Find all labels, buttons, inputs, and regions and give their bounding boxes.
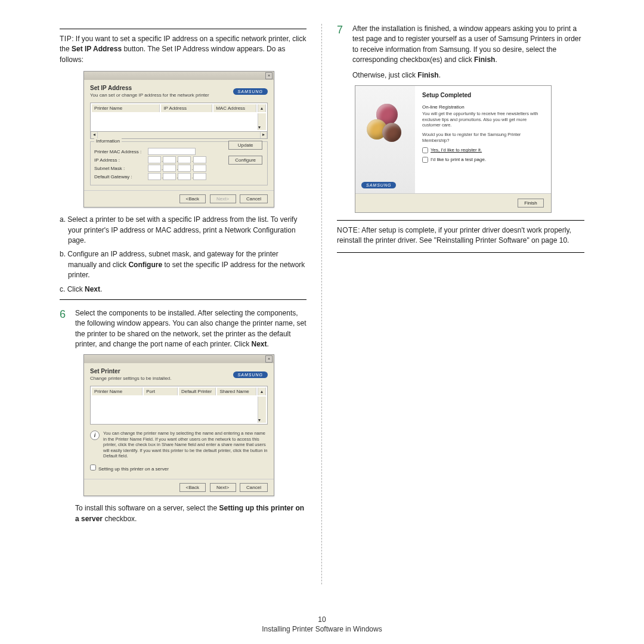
server-checkbox-label: Setting up this printer on a server: [98, 466, 169, 472]
step-7-number: 7: [337, 24, 352, 80]
mask-octet[interactable]: [178, 165, 191, 172]
col-ip-address[interactable]: IP Address: [161, 104, 212, 112]
set-printer-dialog: × Set Printer Change printer settings to…: [83, 354, 274, 496]
finish-button[interactable]: Finish: [518, 199, 544, 208]
register-checkbox-label: Yes, I'd like to register it.: [431, 147, 482, 153]
gw-octet[interactable]: [163, 173, 176, 180]
samsung-logo: SAMSUNG: [361, 182, 396, 188]
dialog-title: Set IP Address: [90, 85, 209, 91]
label-ip: IP Address :: [94, 157, 148, 163]
page-footer: 10 Installing Printer Software in Window…: [0, 615, 644, 633]
scroll-up-icon[interactable]: ▴: [258, 104, 266, 112]
dialog-subtitle: Change printer settings to be installed.: [90, 376, 172, 381]
scroll-down-icon[interactable]: ▾: [258, 397, 266, 423]
rule-top-right: [337, 220, 584, 221]
setup-completed-title: Setup Completed: [422, 92, 544, 98]
mask-octet[interactable]: [163, 165, 176, 172]
info-icon: i: [90, 431, 100, 440]
rule-bottom-right: [337, 252, 584, 253]
information-legend: Information: [94, 138, 122, 144]
mask-octet[interactable]: [148, 165, 161, 172]
server-checkbox-row: Setting up this printer on a server: [90, 465, 268, 472]
next-button[interactable]: Next>: [210, 483, 236, 492]
info-help-text: You can change the printer name by selec…: [103, 431, 268, 459]
rule-mid-left: [60, 299, 306, 300]
field-printer-mac[interactable]: [148, 148, 196, 155]
label-printer-mac: Printer MAC Address :: [94, 149, 148, 154]
step-7-text: After the installation is finished, a wi…: [352, 24, 584, 80]
step-6-number: 6: [60, 308, 75, 350]
dialog-titlebar: ×: [84, 355, 274, 363]
note-paragraph: NOTE: After setup is complete, if your p…: [337, 225, 584, 246]
back-button[interactable]: <Back: [179, 483, 206, 492]
rule-top-left: [60, 29, 306, 29]
gw-octet[interactable]: [178, 173, 191, 180]
col-default-printer[interactable]: Default Printer: [179, 388, 216, 395]
test-page-checkbox[interactable]: [422, 157, 428, 163]
dialog-title: Set Printer: [90, 368, 172, 374]
online-registration-text: You will get the opportunity to receive …: [422, 111, 544, 128]
printer-table: Printer Name IP Address MAC Address ▴ ▾: [90, 103, 268, 132]
update-button[interactable]: Update: [228, 141, 262, 150]
page-number: 10: [0, 615, 644, 624]
set-ip-dialog: × Set IP Address You can set or change I…: [83, 71, 274, 208]
close-icon[interactable]: ×: [265, 72, 273, 79]
step-6-text: Select the components to be installed. A…: [75, 308, 306, 350]
dialog-subtitle: You can set or change IP address for the…: [90, 92, 209, 98]
col-printer-name[interactable]: Printer Name: [92, 388, 143, 395]
note-label: NOTE: [337, 226, 358, 234]
dialog-sidebar-graphic: SAMSUNG: [355, 86, 415, 193]
printer-settings-table: Printer Name Port Default Printer Shared…: [90, 386, 268, 425]
sphere-graphic: [382, 123, 401, 142]
scroll-up-icon[interactable]: ▴: [258, 388, 266, 395]
section-title: Installing Printer Software in Windows: [0, 625, 644, 633]
substep-c: c. Click Next.: [60, 284, 306, 295]
tip-paragraph: TIP: If you want to set a specific IP ad…: [60, 34, 306, 65]
server-note: To install this software on a server, se…: [75, 503, 306, 524]
server-checkbox[interactable]: [90, 465, 96, 470]
scroll-down-icon[interactable]: ▾: [258, 113, 266, 130]
setup-completed-dialog: SAMSUNG Setup Completed On-line Registra…: [355, 85, 552, 213]
ip-octet[interactable]: [178, 156, 191, 163]
gw-octet[interactable]: [148, 173, 161, 180]
back-button[interactable]: <Back: [179, 194, 206, 203]
substep-a: a. Select a printer to be set with a spe…: [60, 215, 306, 246]
col-port[interactable]: Port: [144, 388, 178, 395]
next-button-disabled: Next>: [210, 194, 236, 203]
information-group: Information Printer MAC Address : IP Add…: [90, 141, 268, 185]
col-shared-name[interactable]: Shared Name: [217, 388, 256, 395]
tip-label: TIP: [60, 35, 72, 43]
ip-octet[interactable]: [163, 156, 176, 163]
note-text: : After setup is complete, if your print…: [337, 226, 571, 244]
ip-octet[interactable]: [193, 156, 206, 163]
gw-octet[interactable]: [193, 173, 206, 180]
close-icon[interactable]: ×: [265, 355, 273, 363]
label-gateway: Default Gateway :: [94, 174, 148, 179]
col-mac-address[interactable]: MAC Address: [213, 104, 256, 112]
mask-octet[interactable]: [193, 165, 206, 172]
cancel-button[interactable]: Cancel: [240, 483, 268, 492]
online-registration-label: On-line Registration: [422, 104, 544, 110]
label-subnet: Subnet Mask :: [94, 166, 148, 171]
ip-octet[interactable]: [148, 156, 161, 163]
membership-question: Would you like to register for the Samsu…: [422, 132, 544, 144]
dialog-titlebar: ×: [84, 72, 274, 80]
cancel-button[interactable]: Cancel: [240, 194, 268, 203]
col-printer-name[interactable]: Printer Name: [92, 104, 160, 112]
samsung-logo: SAMSUNG: [233, 88, 268, 95]
samsung-logo: SAMSUNG: [233, 371, 268, 378]
test-page-checkbox-label: I'd like to print a test page.: [431, 157, 486, 162]
substep-b: b. Configure an IP address, subnet mask,…: [60, 249, 306, 280]
configure-button[interactable]: Configure: [228, 156, 262, 165]
scroll-left-icon[interactable]: ◂: [91, 132, 98, 138]
tip-bold-1: Set IP Address: [72, 45, 122, 53]
register-checkbox[interactable]: [422, 147, 428, 153]
